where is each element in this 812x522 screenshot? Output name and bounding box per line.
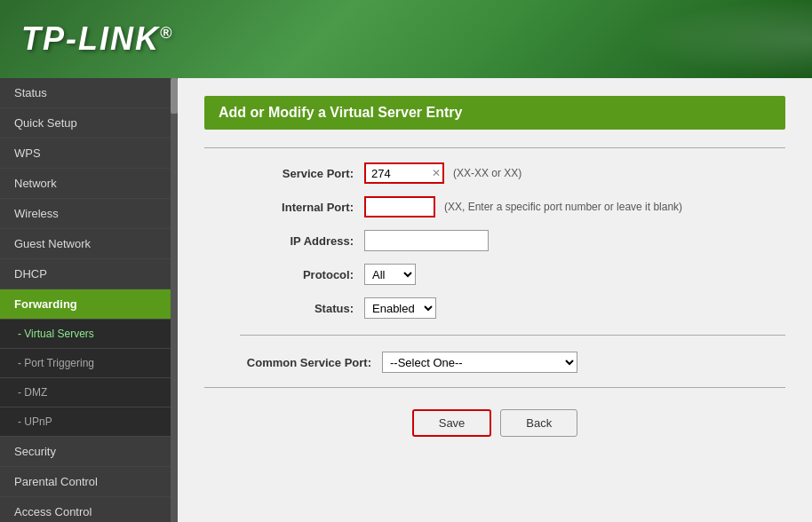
common-service-port-row: Common Service Port: --Select One-- [240, 352, 785, 373]
service-port-wrapper: ✕ [364, 162, 444, 184]
ip-address-label: IP Address: [240, 234, 364, 248]
status-row: Status: Enabled Disabled [240, 297, 785, 319]
back-button[interactable]: Back [500, 409, 577, 437]
common-service-port-label: Common Service Port: [240, 356, 382, 369]
page-title: Add or Modify a Virtual Server Entry [204, 96, 785, 130]
sidebar-item-upnp[interactable]: - UPnP [0, 407, 178, 437]
sidebar-item-parental-control[interactable]: Parental Control [0, 467, 178, 497]
sidebar-item-status[interactable]: Status [0, 78, 178, 108]
internal-port-label: Internal Port: [240, 201, 364, 214]
layout: Status Quick Setup WPS Network Wireless … [0, 78, 812, 522]
sidebar-item-dhcp[interactable]: DHCP [0, 259, 178, 289]
ip-address-input[interactable] [364, 230, 489, 251]
service-port-row: Service Port: ✕ (XX-XX or XX) [240, 162, 785, 184]
sidebar-item-wps[interactable]: WPS [0, 138, 178, 169]
sidebar-item-port-triggering[interactable]: - Port Triggering [0, 349, 178, 378]
scrollbar[interactable] [171, 78, 178, 522]
service-port-hint: (XX-XX or XX) [453, 167, 521, 179]
internal-port-input[interactable] [364, 196, 435, 218]
sidebar-item-virtual-servers[interactable]: - Virtual Servers [0, 320, 178, 349]
common-service-port-select[interactable]: --Select One-- [382, 352, 577, 373]
save-button[interactable]: Save [412, 409, 492, 437]
ip-address-row: IP Address: [240, 230, 785, 251]
sidebar: Status Quick Setup WPS Network Wireless … [0, 78, 178, 522]
page-title-text: Add or Modify a Virtual Server Entry [219, 105, 462, 120]
sidebar-item-guest-network[interactable]: Guest Network [0, 229, 178, 259]
form: Service Port: ✕ (XX-XX or XX) Internal P… [204, 162, 785, 373]
internal-port-row: Internal Port: (XX, Enter a specific por… [240, 196, 785, 218]
sidebar-item-security[interactable]: Security [0, 437, 178, 467]
service-port-clear-button[interactable]: ✕ [432, 168, 441, 178]
button-row: Save Back [204, 409, 785, 437]
header: TP-LINK® [0, 0, 812, 78]
protocol-label: Protocol: [240, 268, 364, 281]
logo-text: TP-LINK [21, 20, 160, 57]
internal-port-hint: (XX, Enter a specific port number or lea… [444, 201, 682, 213]
sidebar-item-forwarding[interactable]: Forwarding [0, 289, 178, 320]
status-select[interactable]: Enabled Disabled [364, 297, 436, 319]
main-content: Add or Modify a Virtual Server Entry Ser… [178, 78, 812, 522]
sidebar-item-network[interactable]: Network [0, 169, 178, 199]
middle-divider [240, 335, 785, 336]
bottom-divider [204, 387, 785, 388]
sidebar-item-quick-setup[interactable]: Quick Setup [0, 108, 178, 138]
logo-suffix: ® [160, 24, 173, 42]
service-port-label: Service Port: [240, 167, 364, 180]
top-divider [204, 147, 785, 148]
scrollbar-thumb[interactable] [171, 78, 178, 114]
protocol-select[interactable]: All TCP UDP [364, 264, 416, 285]
sidebar-item-wireless[interactable]: Wireless [0, 199, 178, 229]
sidebar-item-access-control[interactable]: Access Control [0, 497, 178, 522]
status-label: Status: [240, 302, 364, 315]
protocol-row: Protocol: All TCP UDP [240, 264, 785, 285]
sidebar-item-dmz[interactable]: - DMZ [0, 378, 178, 407]
logo: TP-LINK® [21, 20, 173, 58]
